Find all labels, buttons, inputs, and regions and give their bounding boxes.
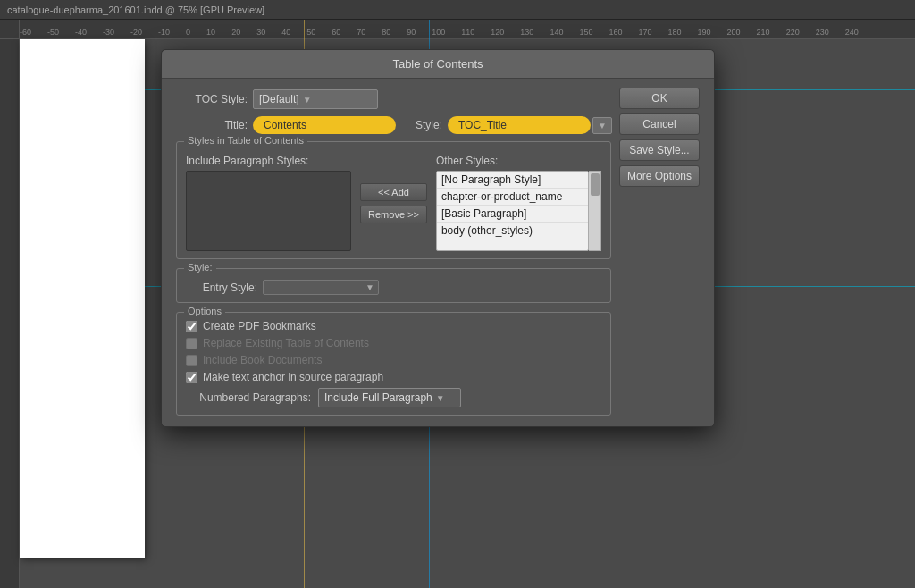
page-canvas [20, 39, 145, 558]
ruler-mark: -40 [75, 28, 87, 37]
entry-style-row: Entry Style: ▼ [186, 280, 601, 295]
ruler-mark: 30 [256, 28, 265, 37]
list-item[interactable]: body (other_styles) [437, 223, 588, 239]
include-paragraph-listbox[interactable] [186, 171, 351, 251]
ruler-mark: 90 [407, 28, 416, 37]
save-style-button[interactable]: Save Style... [619, 139, 700, 161]
list-item[interactable]: [Basic Paragraph] [437, 206, 588, 223]
ruler-top: -60 -50 -40 -30 -20 -10 0 10 20 30 40 50… [0, 20, 915, 39]
dialog-table-of-contents: Table of Contents TOC Style: [Default] ▼… [161, 49, 715, 427]
style-label: Style: [407, 119, 442, 131]
ruler-mark: 80 [382, 28, 390, 37]
include-book-checkbox[interactable] [186, 355, 197, 366]
ruler-mark: 240 [845, 28, 859, 37]
other-styles-label: Other Styles: [436, 155, 601, 167]
ruler-mark: 50 [306, 28, 315, 37]
include-para-label: Include Paragraph Styles: [186, 155, 351, 167]
ok-button[interactable]: OK [619, 88, 700, 109]
create-pdf-row: Create PDF Bookmarks [186, 320, 601, 332]
numbered-paragraphs-row: Numbered Paragraphs: Include Full Paragr… [186, 388, 601, 407]
ruler-mark: 200 [727, 28, 741, 37]
ruler-mark: 120 [491, 28, 504, 37]
other-styles-listbox[interactable]: [No Paragraph Style] chapter-or-product_… [436, 171, 589, 251]
ruler-mark: 170 [638, 28, 651, 37]
ruler-mark: 40 [281, 28, 290, 37]
create-pdf-label: Create PDF Bookmarks [203, 320, 316, 332]
list-item[interactable]: chapter-or-product_name [437, 189, 588, 206]
other-styles-scrollbar[interactable] [589, 171, 601, 251]
ruler-mark: 70 [357, 28, 365, 37]
options-section: Options Create PDF Bookmarks Replace Exi… [176, 312, 611, 416]
include-book-label: Include Book Documents [203, 354, 322, 366]
ruler-mark: 160 [609, 28, 622, 37]
ruler-mark: 140 [550, 28, 563, 37]
ruler-mark: 130 [520, 28, 533, 37]
window-title: catalogue-duepharma_201601.indd @ 75% [G… [7, 4, 264, 15]
include-book-row: Include Book Documents [186, 354, 601, 366]
add-remove-buttons: << Add Remove >> [357, 155, 431, 251]
ruler-corner [0, 20, 20, 39]
ruler-mark: 180 [668, 28, 682, 37]
styles-content: Include Paragraph Styles: << Add Remove … [186, 155, 601, 251]
toc-style-value: [Default] [259, 93, 299, 105]
dialog-title-text: Table of Contents [392, 57, 483, 71]
other-styles-column: Other Styles: [No Paragraph Style] chapt… [436, 155, 601, 251]
toc-style-row: TOC Style: [Default] ▼ [176, 89, 611, 109]
options-legend: Options [184, 306, 225, 316]
replace-toc-label: Replace Existing Table of Contents [203, 337, 369, 349]
other-styles-list-wrapper: [No Paragraph Style] chapter-or-product_… [436, 171, 601, 251]
ruler-mark: 60 [332, 28, 340, 37]
ruler-marks: -60 -50 -40 -30 -20 -10 0 10 20 30 40 50… [20, 20, 915, 38]
style-dropdown-arrow-icon[interactable]: ▼ [592, 117, 612, 134]
replace-toc-checkbox[interactable] [186, 338, 197, 349]
title-label: Title: [176, 119, 248, 131]
style-section: Style: Entry Style: ▼ [176, 268, 611, 303]
entry-style-dropdown[interactable]: ▼ [263, 280, 379, 295]
ruler-left [0, 39, 20, 588]
styles-section: Styles in Table of Contents Include Para… [176, 141, 611, 259]
styles-section-label: Styles in Table of Contents [184, 135, 307, 146]
list-item[interactable]: [No Paragraph Style] [437, 172, 588, 189]
ruler-mark: 100 [432, 28, 445, 37]
ruler-mark: 10 [206, 28, 215, 37]
more-options-button[interactable]: More Options [619, 165, 700, 187]
ruler-mark: 150 [579, 28, 592, 37]
ruler-mark: 230 [816, 28, 829, 37]
ruler-mark: -30 [103, 28, 114, 37]
toc-style-dropdown[interactable]: [Default] ▼ [253, 89, 378, 109]
title-input[interactable] [253, 116, 396, 134]
window-titlebar: catalogue-duepharma_201601.indd @ 75% [G… [0, 0, 915, 20]
make-text-anchor-label: Make text anchor in source paragraph [203, 371, 383, 383]
entry-style-label: Entry Style: [186, 281, 257, 294]
ruler-mark: -50 [47, 28, 59, 37]
numbered-paragraphs-dropdown[interactable]: Include Full Paragraph ▼ [318, 388, 461, 407]
entry-style-arrow-icon: ▼ [365, 282, 374, 292]
title-style-row: Title: Style: ▼ [176, 116, 611, 134]
dialog-title: Table of Contents [162, 50, 714, 79]
include-paragraph-column: Include Paragraph Styles: [186, 155, 351, 251]
numbered-paragraphs-label: Numbered Paragraphs: [186, 391, 311, 404]
cancel-button[interactable]: Cancel [619, 113, 700, 135]
chevron-down-icon: ▼ [436, 393, 445, 403]
ruler-mark: -20 [130, 28, 142, 37]
dialog-buttons: OK Cancel Save Style... More Options [619, 88, 700, 187]
style-section-label: Style: [184, 262, 216, 273]
ruler-mark: -10 [158, 28, 170, 37]
create-pdf-checkbox[interactable] [186, 321, 197, 332]
make-text-anchor-checkbox[interactable] [186, 372, 197, 383]
ruler-mark: 220 [786, 28, 800, 37]
remove-button[interactable]: Remove >> [360, 206, 427, 223]
add-button[interactable]: << Add [360, 183, 427, 201]
chevron-down-icon: ▼ [303, 95, 312, 105]
toc-style-label: TOC Style: [176, 93, 248, 105]
make-text-anchor-row: Make text anchor in source paragraph [186, 371, 601, 383]
ruler-mark: 190 [698, 28, 711, 37]
ruler-mark: 210 [757, 28, 770, 37]
ruler-mark: 20 [231, 28, 240, 37]
ruler-mark: -60 [20, 28, 31, 37]
numbered-paragraphs-value: Include Full Paragraph [324, 391, 432, 404]
ruler-mark: 0 [186, 28, 190, 37]
scrollbar-thumb [591, 173, 600, 196]
style-input[interactable] [448, 116, 591, 134]
replace-toc-row: Replace Existing Table of Contents [186, 337, 601, 349]
